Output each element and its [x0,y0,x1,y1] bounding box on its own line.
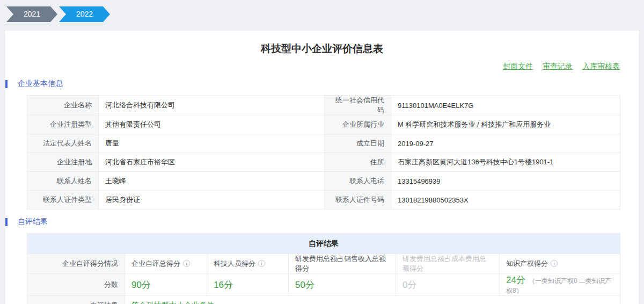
section-self-eval-title: 自评结果 [18,217,48,227]
score-rd-cost: 0分 [396,274,500,296]
field-label: 企业注册类型 [27,115,99,134]
field-label: 联系人电话 [325,172,391,191]
field-label: 企业名称 [27,96,99,115]
self-eval-table-title: 自评结果 [27,234,620,254]
field-label: 住所 [325,153,391,172]
score-ip: 24分（一类知识产权0 二类知识产权8） [500,274,620,296]
score-value: 0分 [402,280,416,290]
self-eval-result-cell: 符合科技型中小企业条件 [125,296,620,304]
tab-year-2022[interactable]: 2022 [59,6,110,22]
section-accent-bar [5,218,8,226]
table-row: 自评结果 符合科技型中小企业条件 [27,296,620,304]
field-value: 石家庄高新区黄河大道136号科技中心1号楼1901-1 [391,153,620,172]
page-title: 科技型中小企业评价信息表 [5,31,639,56]
column-header-rd-cost-score: 研发费用总额占成本费用总额得分 [396,254,500,274]
field-value: 13315496939 [391,172,620,191]
column-header-tech-staff-score: 科技人员得分i [207,254,289,274]
field-label: 自评结果 [27,296,125,304]
self-eval-result-value: 符合科技型中小企业条件 [131,301,214,304]
field-label: 成立日期 [325,134,391,153]
score-tech-staff: 16分 [207,274,289,296]
warehouse-audit-link[interactable]: 入库审核表 [582,62,620,70]
column-header-label: 研发费用总额占销售收入总额得分 [295,255,386,272]
field-value: 91130101MA0E4ELK7G [391,96,620,115]
table-row: 分数 90分 16分 50分 0分 24分（一类知识产权0 二类知识产权8） [27,274,620,296]
score-total: 90分 [125,274,207,296]
field-label: 统一社会信用代码 [325,96,391,115]
column-header-label: 知识产权得分 [506,259,548,267]
tab-year-2021[interactable]: 2021 [6,6,57,22]
info-icon[interactable]: i [551,260,558,267]
field-value: 唐量 [99,134,325,153]
field-label: 企业所属行业 [325,115,391,134]
section-basic-info-title: 企业基本信息 [18,79,63,89]
field-value: 居民身份证 [99,191,325,209]
column-header-label: 企业自评总得分 [131,259,180,267]
action-links: 封面文件 审查记录 入库审核表 [5,62,639,71]
review-record-link[interactable]: 审查记录 [543,62,573,70]
table-row: 企业自评得分情况 企业自评总得分i 科技人员得分i 研发费用总额占销售收入总额得… [27,254,620,274]
field-label: 联系人证件类型 [27,191,99,209]
column-header-rd-sales-score: 研发费用总额占销售收入总额得分 [289,254,396,274]
section-self-eval: 自评结果 [5,217,639,227]
table-row: 企业注册类型 其他有限责任公司 企业所属行业 M 科学研究和技术服务业 / 科技… [27,115,620,134]
score-value: 16分 [214,280,233,290]
field-value: 河北络合科技有限公司 [99,96,325,115]
field-value: 河北省石家庄市裕华区 [99,153,325,172]
field-value: 王晓峰 [99,172,325,191]
self-eval-table: 自评结果 企业自评得分情况 企业自评总得分i 科技人员得分i 研发费用总额占销售… [27,233,620,304]
info-icon[interactable]: i [183,260,190,267]
field-value: 13018219880502353X [391,191,620,209]
column-header-total-score: 企业自评总得分i [125,254,207,274]
field-value: 2019-09-27 [391,134,620,153]
table-row: 联系人姓名 王晓峰 联系人电话 13315496939 [27,172,620,191]
cover-file-link[interactable]: 封面文件 [503,62,533,70]
section-basic-info: 企业基本信息 [5,79,639,89]
field-label: 企业注册地 [27,153,99,172]
column-header-label: 科技人员得分 [214,259,255,267]
field-value: M 科学研究和技术服务业 / 科技推广和应用服务业 [391,115,620,134]
score-value: 50分 [295,280,314,290]
section-accent-bar [5,80,8,88]
field-label: 联系人姓名 [27,172,99,191]
score-rd-sales: 50分 [289,274,396,296]
score-value: 24分 [506,275,525,285]
field-label: 联系人证件号码 [325,191,391,209]
score-value: 90分 [131,280,151,290]
column-header-ip-score: 知识产权得分i [500,254,620,274]
basic-info-table: 企业名称 河北络合科技有限公司 统一社会信用代码 91130101MA0E4EL… [27,95,620,209]
field-label: 企业自评得分情况 [27,254,125,274]
table-row: 联系人证件类型 居民身份证 联系人证件号码 13018219880502353X [27,191,620,209]
field-value: 其他有限责任公司 [99,115,325,134]
table-row: 企业名称 河北络合科技有限公司 统一社会信用代码 91130101MA0E4EL… [27,96,620,115]
table-row: 法定代表人姓名 唐量 成立日期 2019-09-27 [27,134,620,153]
year-tab-bar: 2021 2022 [0,0,644,22]
form-panel: 科技型中小企业评价信息表 封面文件 审查记录 入库审核表 企业基本信息 企业名称… [5,31,639,304]
info-icon[interactable]: i [258,260,265,267]
table-row: 企业注册地 河北省石家庄市裕华区 住所 石家庄高新区黄河大道136号科技中心1号… [27,153,620,172]
field-label: 法定代表人姓名 [27,134,99,153]
field-label: 分数 [27,274,125,296]
column-header-label: 研发费用总额占成本费用总额得分 [402,255,486,272]
table-row: 自评结果 [27,234,620,254]
